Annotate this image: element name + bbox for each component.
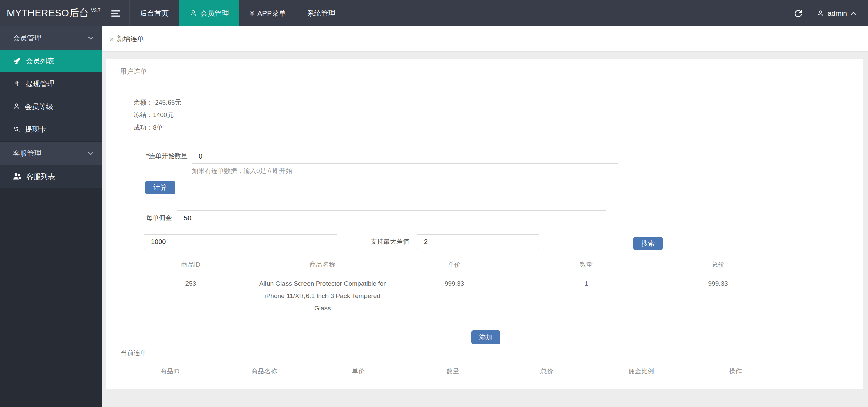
sidebar-item-member-level[interactable]: 会员等级 <box>0 95 102 118</box>
col-commission-ratio: 佣金比例 <box>594 364 688 379</box>
cell-unit-price: 999.33 <box>389 272 520 314</box>
sidebar-group-label: 会员管理 <box>13 33 41 43</box>
current-orders-title: 当前连单 <box>121 349 146 357</box>
main-area: » 新增连单 用户连单 余额：-245.65元 冻结：1400元 成功：8单 *… <box>102 26 868 407</box>
sidebar-group-label: 客服管理 <box>13 149 41 158</box>
breadcrumb-marker: » <box>110 35 114 43</box>
chevron-down-icon <box>88 152 94 155</box>
username: admin <box>828 9 847 17</box>
price-input[interactable] <box>144 234 337 249</box>
chevron-down-icon <box>88 36 94 40</box>
nav-item-label: 会员管理 <box>200 8 229 18</box>
yen-icon: ¥ <box>250 9 254 18</box>
navbar-right: admin <box>790 0 868 26</box>
sidebar-item-label: 会员等级 <box>25 102 53 111</box>
current-orders-table: 商品ID 商品名称 单价 数量 总价 佣金比例 操作 <box>123 364 783 379</box>
col-product-id: 商品ID <box>125 257 257 272</box>
calculate-button[interactable]: 计算 <box>145 181 175 194</box>
col-product-name: 商品名称 <box>217 364 311 379</box>
cell-product-name: Ailun Glass Screen Protector Compatible … <box>257 272 389 314</box>
commission-label: 每单佣金 <box>106 210 172 225</box>
col-quantity: 数量 <box>520 257 652 272</box>
app-version: V3.7 <box>91 7 101 13</box>
col-total-price: 总价 <box>652 257 784 272</box>
col-total-price: 总价 <box>500 364 594 379</box>
sidebar-item-label: 提现卡 <box>25 125 46 134</box>
user-dropdown[interactable]: admin <box>807 0 868 26</box>
app-logo: MYTHERESO后台 V3.7 <box>0 0 102 26</box>
refresh-icon <box>794 9 803 18</box>
rocket-icon <box>13 57 21 65</box>
commission-input[interactable] <box>177 210 606 225</box>
sidebar-item-withdraw-card[interactable]: 提现卡 <box>0 118 102 141</box>
rupee-icon: ₹ <box>13 80 21 88</box>
sidebar-item-label: 会员列表 <box>26 56 54 66</box>
refresh-button[interactable] <box>790 0 807 26</box>
stat-success: 成功：8单 <box>134 121 181 134</box>
sidebar-item-label: 客服列表 <box>26 172 55 181</box>
sidebar-toggle-button[interactable] <box>102 0 130 26</box>
col-unit-price: 单价 <box>311 364 406 379</box>
sidebar: 会员管理 会员列表 ₹ 提现管理 会员等级 <box>0 26 102 407</box>
cell-product-id: 253 <box>125 272 257 314</box>
start-qty-input[interactable] <box>192 149 618 164</box>
start-qty-hint: 如果有连单数据，输入0是立即开始 <box>192 167 292 175</box>
top-navbar: MYTHERESO后台 V3.7 后台首页 会员管理 ¥ <box>0 0 868 26</box>
max-diff-label: 支持最大差值 <box>344 234 409 249</box>
person-icon <box>13 103 20 110</box>
nav-item-dashboard[interactable]: 后台首页 <box>130 0 179 26</box>
cell-total-price: 999.33 <box>652 272 784 314</box>
col-quantity: 数量 <box>406 364 500 379</box>
sidebar-item-withdraw-management[interactable]: ₹ 提现管理 <box>0 72 102 95</box>
nav-item-system[interactable]: 系统管理 <box>296 0 346 26</box>
start-qty-label: *连单开始数量 <box>106 149 188 164</box>
breadcrumb: » 新增连单 <box>102 26 868 52</box>
col-actions: 操作 <box>688 364 783 379</box>
col-product-id: 商品ID <box>123 364 217 379</box>
stat-balance: 余额：-245.65元 <box>134 96 181 109</box>
nav-item-label: 系统管理 <box>307 8 335 18</box>
col-product-name: 商品名称 <box>257 257 389 272</box>
sidebar-item-member-list[interactable]: 会员列表 <box>0 50 102 72</box>
current-orders-table-header: 商品ID 商品名称 单价 数量 总价 佣金比例 操作 <box>123 364 783 379</box>
section-title: 用户连单 <box>120 67 147 76</box>
nav-item-app-menu[interactable]: ¥ APP菜单 <box>239 0 296 26</box>
nav-item-members[interactable]: 会员管理 <box>179 0 239 26</box>
person-icon <box>190 10 197 17</box>
max-diff-input[interactable] <box>417 234 539 249</box>
sidebar-item-support-list[interactable]: 客服列表 <box>0 165 102 188</box>
hamburger-icon <box>111 10 120 17</box>
stat-frozen: 冻结：1400元 <box>134 109 181 121</box>
users-icon <box>13 173 22 180</box>
product-table-header: 商品ID 商品名称 单价 数量 总价 <box>125 257 784 272</box>
search-button[interactable]: 搜索 <box>633 237 663 250</box>
sidebar-group-members[interactable]: 会员管理 <box>0 26 102 50</box>
sidebar-group-support[interactable]: 客服管理 <box>0 142 102 165</box>
product-table-row: 253 Ailun Glass Screen Protector Compati… <box>125 272 784 314</box>
nav-item-label: 后台首页 <box>140 8 169 18</box>
top-menu: 后台首页 会员管理 ¥ APP菜单 系统管理 <box>130 0 346 26</box>
user-stats: 余额：-245.65元 冻结：1400元 成功：8单 <box>134 96 181 134</box>
col-unit-price: 单价 <box>389 257 520 272</box>
sidebar-item-label: 提现管理 <box>26 79 54 89</box>
page-title: 新增连单 <box>117 34 144 43</box>
user-icon <box>817 10 824 17</box>
nav-item-label: APP菜单 <box>257 8 286 18</box>
withdraw-card-icon <box>13 126 20 133</box>
add-button[interactable]: 添加 <box>471 330 500 344</box>
chevron-up-icon <box>851 12 856 15</box>
cell-quantity: 1 <box>520 272 652 314</box>
content-panel: 用户连单 余额：-245.65元 冻结：1400元 成功：8单 *连单开始数量 … <box>106 59 863 389</box>
product-table: 商品ID 商品名称 单价 数量 总价 253 Ailun Glass Scree… <box>125 257 784 314</box>
app-logo-text: MYTHERESO后台 <box>7 6 89 20</box>
